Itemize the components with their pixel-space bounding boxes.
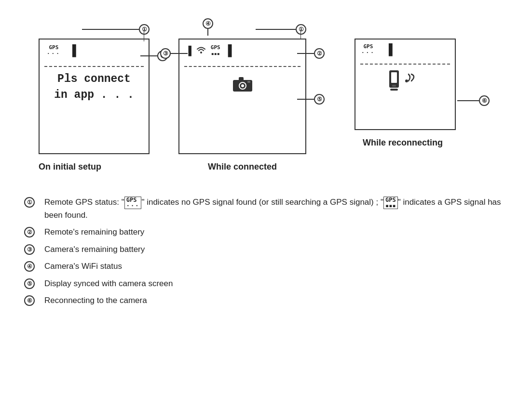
svg-point-4: [241, 84, 244, 87]
desc-text-1: Remote GPS status: "GPS···" indicates no…: [44, 196, 513, 221]
desc-text-4: Camera's WiFi status: [44, 260, 122, 273]
annot-circle-1: ①: [24, 197, 35, 208]
annot-circle-6: ⑥: [24, 295, 35, 306]
battery-icon-initial: ▐: [68, 44, 76, 57]
annot-1-connected: ①: [296, 24, 306, 35]
annot-6-reconnecting: ⑥: [479, 95, 490, 106]
camera-icon: [232, 76, 253, 94]
svg-rect-6: [247, 81, 250, 83]
description-section: ① Remote GPS status: "GPS···" indicates …: [19, 196, 513, 307]
annot-4-connected: ④: [203, 18, 213, 29]
annot-circle-3: ③: [24, 244, 35, 255]
reconnecting-label: While reconnecting: [340, 138, 465, 148]
gps-no-signal-icon: GPS ···: [47, 44, 61, 57]
annot-circle-2: ②: [24, 227, 35, 238]
desc-item-3: ③ Camera's remaining battery: [24, 243, 513, 256]
gps-bars-inline: GPS▪▪▪: [383, 197, 398, 209]
annot-1-initial: ①: [139, 24, 150, 35]
initial-screen-text: Pls connectin app . . .: [40, 71, 149, 102]
remote-device-icon: [387, 70, 401, 93]
desc-item-4: ④ Camera's WiFi status: [24, 260, 513, 273]
gps-dots-inline: GPS···: [124, 197, 142, 209]
desc-text-3: Camera's remaining battery: [44, 243, 145, 256]
annot-circle-5: ⑤: [24, 278, 35, 289]
reconnecting-screen: GPS ··· ▐: [355, 39, 456, 130]
desc-item-6: ⑥ Reconnecting to the camera: [24, 294, 513, 307]
desc-item-1: ① Remote GPS status: "GPS···" indicates …: [24, 196, 513, 221]
battery-icon-connected: ▐: [224, 44, 232, 57]
svg-point-0: [200, 52, 202, 53]
initial-label: On initial setup: [19, 162, 150, 172]
desc-item-2: ② Remote's remaining battery: [24, 226, 513, 238]
connected-label: While connected: [178, 162, 306, 172]
desc-text-5: Display synced with camera screen: [44, 277, 173, 290]
gps-signal-icon: GPS ▪▪▪: [211, 44, 220, 56]
svg-rect-10: [390, 89, 398, 91]
gps-no-signal-reconnect: GPS ···: [361, 43, 375, 56]
svg-rect-5: [239, 77, 244, 81]
desc-item-5: ⑤ Display synced with camera screen: [24, 277, 513, 290]
annot-circle-4: ④: [24, 261, 35, 272]
desc-text-2: Remote's remaining battery: [44, 226, 144, 238]
svg-rect-8: [391, 72, 397, 83]
initial-screen: GPS ··· ▐ Pls connectin app . . .: [39, 39, 150, 154]
reconnect-signal-icon: [405, 73, 423, 91]
svg-rect-9: [392, 85, 396, 87]
svg-point-11: [405, 79, 408, 82]
battery-icon-reconnect: ▐: [385, 43, 393, 56]
annot-3-connected: ③: [160, 48, 171, 59]
annot-2-connected: ②: [314, 48, 325, 59]
wifi-icon: [195, 45, 207, 56]
annot-5-connected: ⑤: [314, 94, 325, 105]
desc-text-6: Reconnecting to the camera: [44, 294, 147, 307]
connected-screen: ▐ GPS ▪▪▪ ▐: [178, 39, 306, 154]
